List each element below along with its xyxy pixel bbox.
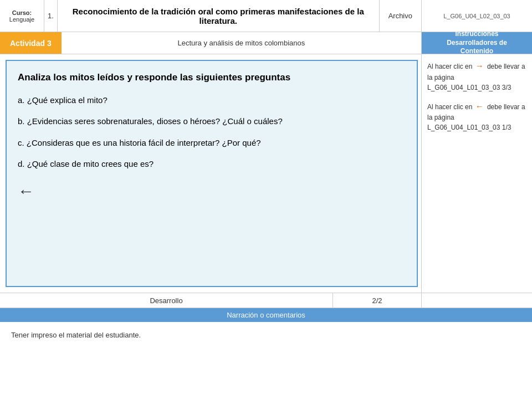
question-b: b. ¿Evidencias seres sobrenaturales, dio…: [18, 115, 406, 128]
activity-subtitle: Lectura y análisis de mitos colombianos: [62, 32, 421, 54]
footer-desarrollo: Desarrollo: [0, 296, 332, 305]
back-arrow-icon[interactable]: ←: [18, 182, 34, 201]
sidebar-nav-back: Al hacer clic en ← debe llevar a la pági…: [427, 100, 526, 133]
document-code: L_G06_U04_L02_03_03: [422, 0, 532, 32]
main-question: Analiza los mitos leídos y responde las …: [18, 71, 406, 84]
footer-strip: Desarrollo 2/2: [0, 293, 532, 308]
item-number: 1.: [44, 0, 58, 32]
page-title: Reconocimiento de la tradición oral como…: [58, 0, 379, 32]
forward-arrow-icon: →: [475, 61, 486, 70]
narration-strip: Narración o comentarios: [0, 308, 532, 322]
activity-badge: Actividad 3: [0, 32, 62, 54]
instructions-header: Instrucciones Desarrolladores de Conteni…: [421, 32, 532, 54]
question-d: d. ¿Qué clase de mito crees que es?: [18, 158, 406, 171]
sidebar-panel: Al hacer clic en → debe llevar a la pági…: [421, 54, 532, 293]
footer-page: 2/2: [332, 293, 421, 308]
back-nav-arrow-icon: ←: [475, 101, 486, 111]
bottom-note: Tener impreso el material del estudiante…: [0, 322, 532, 348]
archivo-button[interactable]: Archivo: [379, 0, 421, 32]
header-right-block: L_G06_U04_L02_03_03: [421, 0, 532, 32]
content-panel: Analiza los mitos leídos y responde las …: [6, 60, 418, 287]
question-c: c. ¿Consideras que es una historia fácil…: [18, 137, 406, 150]
sidebar-nav-forward: Al hacer clic en → debe llevar a la pági…: [427, 60, 526, 93]
curso-label: Curso:: [12, 9, 32, 16]
question-a: a. ¿Qué explica el mito?: [18, 94, 406, 107]
lenguaje-label: Lenguaje: [9, 16, 34, 23]
curso-lenguaje-block: Curso: Lenguaje: [0, 0, 44, 32]
